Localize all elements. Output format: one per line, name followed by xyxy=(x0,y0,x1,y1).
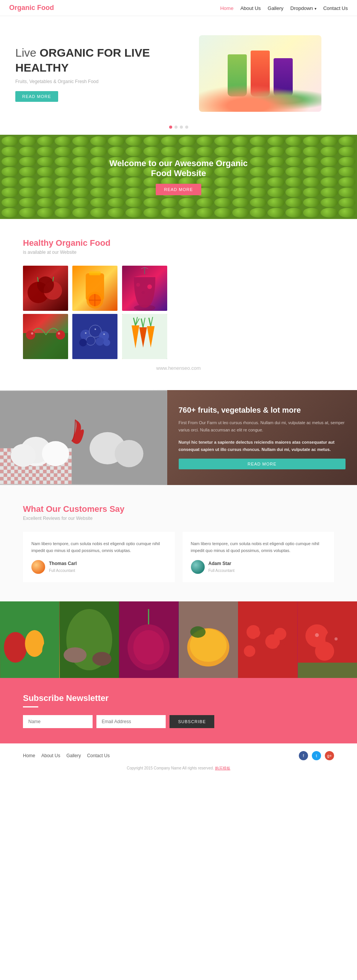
newsletter-name-input[interactable] xyxy=(23,715,93,728)
potato-image xyxy=(179,601,238,678)
dot-4[interactable] xyxy=(185,126,188,129)
dot-3[interactable] xyxy=(180,126,183,129)
svg-point-14 xyxy=(147,284,152,289)
newsletter-email-input[interactable] xyxy=(96,715,166,728)
tomatoes-image xyxy=(298,601,357,678)
footer-link-gallery[interactable]: Gallery xyxy=(66,753,81,758)
author-2-info: Adam Star Full Accountant xyxy=(209,560,235,574)
svg-point-17 xyxy=(26,330,35,340)
testimonial-2: Nam libero tempore, cum soluta nobis est… xyxy=(183,532,334,583)
author-2-avatar xyxy=(191,560,205,574)
food-grid xyxy=(23,266,168,359)
svg-point-19 xyxy=(31,332,33,335)
hero-subtitle: Fruits, Vegetables & Organic Fresh Food xyxy=(15,79,179,84)
svg-point-67 xyxy=(190,626,205,638)
navbar: Organic Food Home About Us Gallery Dropd… xyxy=(0,0,357,16)
svg-point-28 xyxy=(103,339,110,346)
svg-point-27 xyxy=(79,339,87,346)
svg-rect-10 xyxy=(89,271,101,275)
svg-point-12 xyxy=(136,283,140,287)
svg-point-26 xyxy=(96,337,104,346)
social-twitter-icon[interactable]: t xyxy=(312,751,321,760)
hero-cta-button[interactable]: Read More xyxy=(15,91,58,102)
svg-point-18 xyxy=(56,330,65,340)
svg-point-72 xyxy=(253,637,266,650)
produce-cta-button[interactable]: Read More xyxy=(179,459,346,469)
testimonials-title: What Our Customers Say xyxy=(23,504,334,514)
footer-top: Home About Us Gallery Contact Us f t g+ xyxy=(23,751,334,760)
gallery-item-tomatoes xyxy=(298,601,357,678)
nav-links: Home About Us Gallery Dropdown ▾ Contact… xyxy=(220,5,348,11)
svg-point-80 xyxy=(315,633,319,637)
svg-point-51 xyxy=(115,440,143,467)
nav-about[interactable]: About Us xyxy=(240,5,261,11)
footer-link-about[interactable]: About Us xyxy=(41,753,60,758)
hero-text: Live Organic For Live Healthy Fruits, Ve… xyxy=(15,45,179,102)
testimonial-1-author: Thomas Carl Full Accountant xyxy=(31,560,166,574)
produce-left-image xyxy=(0,390,167,485)
author-1-role: Full Accountant xyxy=(49,567,77,574)
testimonial-1-text: Nam libero tempore, cum soluta nobis est… xyxy=(31,540,166,554)
svg-point-75 xyxy=(277,644,287,655)
author-2-role: Full Accountant xyxy=(209,567,235,574)
dropdown-arrow-icon: ▾ xyxy=(315,7,316,11)
smoothie-svg xyxy=(122,266,167,311)
gallery-item-peppers xyxy=(0,601,60,678)
carrots-svg xyxy=(122,314,167,359)
testimonial-1: Nam libero tempore, cum soluta nobis est… xyxy=(23,532,175,583)
svg-point-62 xyxy=(133,630,164,665)
footer-links: Home About Us Gallery Contact Us xyxy=(23,753,110,758)
food-item-cherries xyxy=(23,314,68,359)
svg-point-25 xyxy=(86,336,95,345)
food-item-apples xyxy=(23,266,68,311)
watermark: www.henenseo.com xyxy=(23,365,334,371)
nav-contact[interactable]: Contact Us xyxy=(323,5,348,11)
hero-title: Live Organic For Live Healthy xyxy=(15,45,179,75)
author-1-name: Thomas Carl xyxy=(49,560,77,567)
fruit-scatter xyxy=(199,81,321,112)
copyright-text: Copyright 2015 Company Name All rights r… xyxy=(127,766,214,770)
organic-subtitle: is available at our Website xyxy=(23,250,334,255)
testimonials-section: What Our Customers Say Excellent Reviews… xyxy=(0,485,357,602)
hero-section: Live Organic For Live Healthy Fruits, Ve… xyxy=(0,16,357,119)
peppers-image xyxy=(0,601,60,678)
newsletter-form: Subscribe xyxy=(23,715,214,728)
newsletter-subscribe-button[interactable]: Subscribe xyxy=(170,715,214,728)
footer-link-contact[interactable]: Contact Us xyxy=(87,753,109,758)
food-item-carrots xyxy=(122,314,167,359)
social-facebook-icon[interactable]: f xyxy=(299,751,308,760)
dot-1[interactable] xyxy=(169,126,172,129)
svg-rect-82 xyxy=(298,663,357,678)
social-googleplus-icon[interactable]: g+ xyxy=(325,751,334,760)
hero-image xyxy=(179,35,342,112)
hero-carousel-dots xyxy=(0,119,357,135)
banner-content: Welcome to our Awesome Organic Food Webs… xyxy=(109,158,248,195)
svg-point-79 xyxy=(315,642,334,661)
svg-point-55 xyxy=(42,640,57,663)
cherries-svg xyxy=(23,314,68,359)
dot-2[interactable] xyxy=(174,126,178,129)
herbs-image xyxy=(60,601,119,678)
produce-para1: First From Our Farm ut leo cursus rhoncu… xyxy=(179,419,346,433)
gallery-strip xyxy=(0,601,357,678)
site-logo[interactable]: Organic Food xyxy=(9,4,54,12)
footer: Home About Us Gallery Contact Us f t g+ … xyxy=(0,743,357,779)
svg-point-81 xyxy=(334,637,337,640)
newsletter-section: Subscribe Newsletter Subscribe xyxy=(0,678,357,743)
juice-svg xyxy=(72,266,117,311)
banner-cta-button[interactable]: Read More xyxy=(156,184,202,195)
svg-line-3 xyxy=(37,277,38,282)
gallery-item-raspberries xyxy=(238,601,298,678)
apples-svg xyxy=(23,266,68,311)
nav-dropdown[interactable]: Dropdown ▾ xyxy=(290,5,316,11)
nav-gallery[interactable]: Gallery xyxy=(268,5,284,11)
testimonial-2-author: Adam Star Full Accountant xyxy=(191,560,326,574)
credit-link[interactable]: 购买模板 xyxy=(215,766,230,770)
svg-point-59 xyxy=(92,652,111,666)
vegetables-illustration xyxy=(0,390,167,485)
footer-social: f t g+ xyxy=(299,751,334,760)
footer-link-home[interactable]: Home xyxy=(23,753,35,758)
nav-home[interactable]: Home xyxy=(220,5,233,11)
produce-right-content: 760+ fruits, vegetables & lot more First… xyxy=(167,390,357,485)
svg-point-58 xyxy=(64,647,86,663)
